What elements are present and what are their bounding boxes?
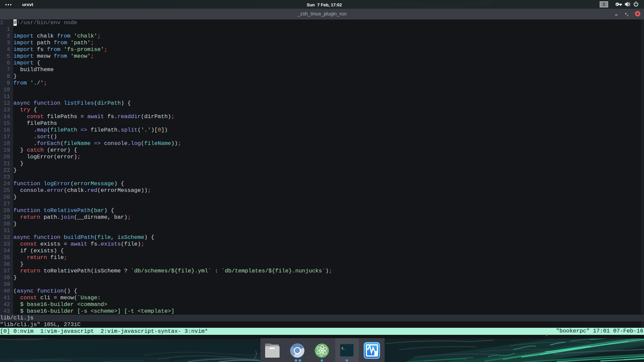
svg-text:$_: $_ [342, 347, 345, 350]
